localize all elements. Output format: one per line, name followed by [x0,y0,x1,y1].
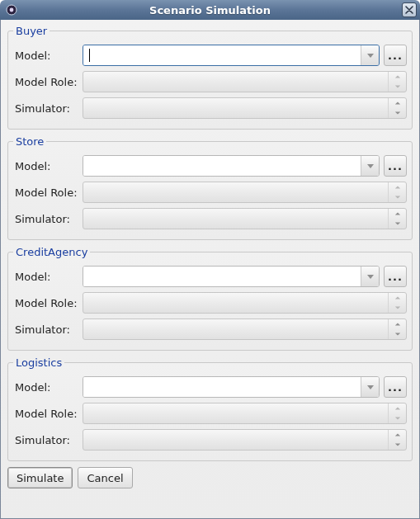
svg-marker-18 [394,407,399,409]
simulator-value [83,430,388,450]
ellipsis-icon: ... [388,381,403,394]
simulator-stepper[interactable] [388,430,406,450]
simulator-value [83,209,388,229]
model-label: Model: [13,160,83,172]
model-browse-button[interactable]: ... [384,45,407,66]
simulator-label: Simulator: [13,434,83,446]
model-role-row: Model Role: [13,292,407,314]
model-row: Model:... [13,155,407,177]
svg-point-1 [10,8,14,12]
model-role-value [83,72,388,92]
model-role-label: Model Role: [13,297,83,309]
model-dropdown-button[interactable] [361,377,379,397]
model-dropdown-button[interactable] [361,45,379,65]
model-row: Model:... [13,266,407,287]
chevron-down-icon [366,381,375,394]
svg-marker-19 [394,417,399,419]
model-combobox[interactable] [83,155,380,177]
simulator-label: Simulator: [13,102,83,115]
svg-marker-12 [367,275,374,279]
svg-marker-4 [394,85,399,87]
model-role-label: Model Role: [13,186,83,199]
chevron-down-icon [366,50,375,62]
model-role-value [83,182,388,202]
window-title: Scenario Simulation [0,4,420,17]
model-browse-button[interactable]: ... [384,266,407,287]
model-dropdown-button[interactable] [361,156,379,176]
ellipsis-icon: ... [388,50,403,62]
close-button[interactable] [402,2,417,17]
svg-marker-11 [394,222,399,224]
model-label: Model: [13,271,83,283]
group-logistics: LogisticsModel:...Model Role:Simulator: [7,356,413,461]
simulator-value [83,98,388,118]
model-role-combobox[interactable] [83,403,407,424]
model-browse-button[interactable]: ... [384,376,407,398]
model-role-label: Model Role: [13,408,83,420]
titlebar[interactable]: Scenario Simulation [0,0,420,20]
simulator-stepper[interactable] [388,98,406,118]
model-value[interactable] [83,377,361,397]
model-role-row: Model Role: [13,71,407,92]
model-role-label: Model Role: [13,76,83,88]
simulator-row: Simulator: [13,208,407,229]
simulate-button[interactable]: Simulate [7,467,73,488]
simulator-stepper[interactable] [388,209,406,229]
group-legend: Logistics [13,356,64,369]
simulator-combobox[interactable] [83,429,407,451]
model-role-combobox[interactable] [83,71,407,92]
simulator-combobox[interactable] [83,97,407,119]
svg-marker-16 [394,333,399,335]
model-role-combobox[interactable] [83,182,407,203]
group-legend: CreditAgency [13,246,90,258]
svg-marker-2 [367,54,374,58]
model-row: Model:... [13,376,407,398]
model-role-row: Model Role: [13,403,407,424]
model-role-stepper[interactable] [388,293,406,313]
simulator-stepper[interactable] [388,319,406,339]
group-store: StoreModel:...Model Role:Simulator: [7,135,413,240]
model-value[interactable] [83,156,361,176]
text-caret [89,49,90,62]
model-role-stepper[interactable] [388,72,406,92]
svg-marker-5 [394,101,399,104]
svg-marker-8 [394,186,399,188]
svg-marker-21 [394,443,399,446]
group-buyer: BuyerModel:...Model Role:Simulator: [7,25,413,130]
cancel-button[interactable]: Cancel [78,467,132,488]
svg-marker-7 [367,164,374,168]
simulator-value [83,319,388,339]
model-value[interactable] [83,267,361,286]
simulator-combobox[interactable] [83,318,407,340]
simulator-combobox[interactable] [83,208,407,229]
model-dropdown-button[interactable] [361,267,379,286]
model-browse-button[interactable]: ... [384,155,407,177]
svg-marker-15 [394,323,399,325]
window-body: BuyerModel:...Model Role:Simulator:Store… [0,20,420,519]
model-combobox[interactable] [83,266,380,287]
group-legend: Buyer [13,25,50,37]
model-role-stepper[interactable] [388,403,406,423]
simulator-row: Simulator: [13,318,407,340]
model-label: Model: [13,381,83,394]
simulator-row: Simulator: [13,429,407,451]
model-role-value [83,293,388,313]
model-role-value [83,403,388,423]
group-creditagency: CreditAgencyModel:...Model Role:Simulato… [7,246,413,351]
model-value[interactable] [83,45,361,65]
ellipsis-icon: ... [388,160,403,172]
group-legend: Store [13,135,46,148]
svg-marker-14 [394,306,399,309]
svg-marker-6 [394,111,399,114]
model-combobox[interactable] [83,376,380,398]
close-icon [405,6,413,14]
model-combobox[interactable] [83,45,380,66]
model-role-stepper[interactable] [388,182,406,202]
svg-marker-20 [394,433,399,436]
cancel-button-label: Cancel [87,472,123,484]
model-role-combobox[interactable] [83,292,407,314]
svg-marker-3 [394,75,399,78]
simulator-label: Simulator: [13,323,83,336]
chevron-down-icon [366,271,375,283]
svg-marker-10 [394,212,399,215]
